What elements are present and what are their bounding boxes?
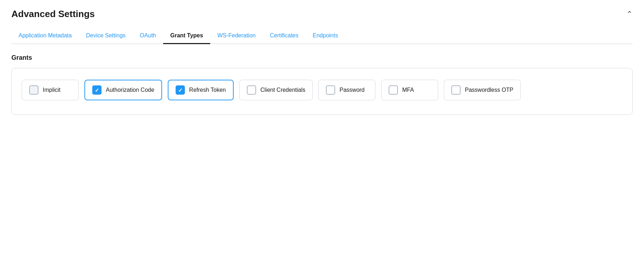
grants-box: Implicit✓Authorization Code✓Refresh Toke… — [11, 68, 633, 115]
page-title: Advanced Settings — [11, 9, 95, 20]
tab-device-settings[interactable]: Device Settings — [79, 28, 133, 44]
grant-label-refresh-token: Refresh Token — [189, 87, 226, 93]
grant-item-refresh-token[interactable]: ✓Refresh Token — [168, 80, 234, 100]
checkbox-passwordless-otp — [451, 85, 461, 95]
checkbox-implicit — [29, 85, 38, 95]
grant-item-authorization-code[interactable]: ✓Authorization Code — [84, 80, 162, 100]
tab-application-metadata[interactable]: Application Metadata — [11, 28, 79, 44]
grant-label-mfa: MFA — [402, 87, 414, 93]
checkbox-authorization-code: ✓ — [92, 85, 102, 95]
tab-oauth[interactable]: OAuth — [133, 28, 163, 44]
checkbox-client-credentials — [247, 85, 256, 95]
checkbox-mfa — [389, 85, 398, 95]
grant-label-client-credentials: Client Credentials — [260, 87, 305, 93]
checkmark-icon: ✓ — [95, 88, 99, 93]
grant-item-password[interactable]: Password — [318, 80, 375, 100]
grant-label-password: Password — [339, 87, 364, 93]
grants-grid: Implicit✓Authorization Code✓Refresh Toke… — [22, 80, 622, 100]
tabs-nav: Application MetadataDevice SettingsOAuth… — [11, 28, 633, 44]
checkbox-password — [326, 85, 335, 95]
grant-label-implicit: Implicit — [43, 87, 61, 93]
tab-endpoints[interactable]: Endpoints — [306, 28, 345, 44]
checkmark-icon: ✓ — [178, 88, 183, 93]
grant-label-passwordless-otp: Passwordless OTP — [465, 87, 513, 93]
grant-item-client-credentials[interactable]: Client Credentials — [239, 80, 313, 100]
tab-grant-types[interactable]: Grant Types — [163, 28, 210, 44]
grant-item-implicit[interactable]: Implicit — [22, 80, 79, 100]
grant-label-authorization-code: Authorization Code — [106, 87, 154, 93]
grant-item-passwordless-otp[interactable]: Passwordless OTP — [444, 80, 521, 100]
tab-ws-federation[interactable]: WS-Federation — [210, 28, 263, 44]
tab-certificates[interactable]: Certificates — [263, 28, 306, 44]
collapse-icon[interactable]: ⌃ — [626, 10, 633, 19]
grant-item-mfa[interactable]: MFA — [381, 80, 438, 100]
checkbox-refresh-token: ✓ — [176, 85, 185, 95]
grants-section-title: Grants — [11, 54, 633, 62]
